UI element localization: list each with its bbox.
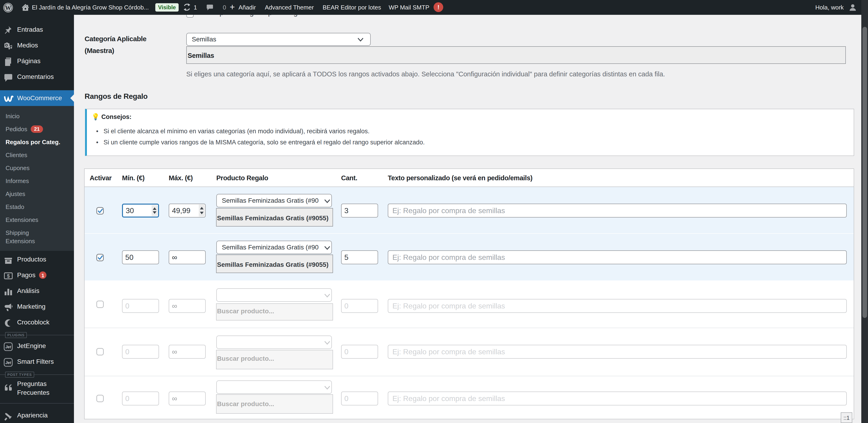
svg-text:$: $: [7, 273, 10, 279]
svg-text:Jet: Jet: [5, 345, 11, 349]
svg-text:Jet: Jet: [5, 361, 11, 365]
svg-text:W: W: [5, 4, 11, 11]
